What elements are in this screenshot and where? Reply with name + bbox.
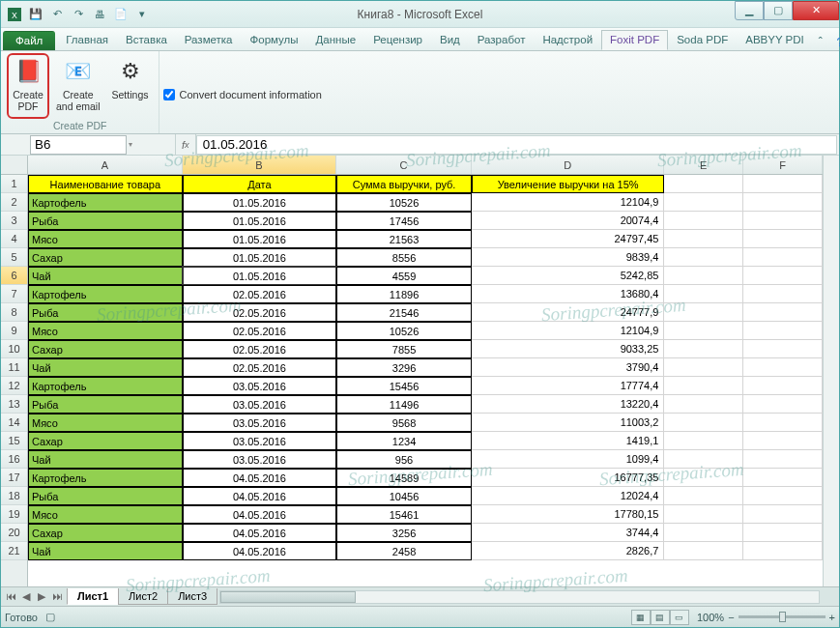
cell[interactable]	[743, 322, 823, 340]
row-header[interactable]: 21	[1, 542, 27, 560]
cell[interactable]	[743, 303, 823, 322]
cell[interactable]: 11896	[336, 285, 472, 303]
cell[interactable]: 1099,4	[472, 450, 665, 469]
cell[interactable]	[664, 414, 743, 432]
col-header-A[interactable]: A	[28, 156, 183, 174]
tab-разработ[interactable]: Разработ	[469, 30, 535, 50]
cell[interactable]: 04.05.2016	[183, 487, 337, 505]
cell[interactable]	[743, 175, 823, 193]
cell[interactable]: Чай	[28, 450, 183, 469]
tab-формулы[interactable]: Формулы	[242, 30, 307, 50]
cell[interactable]: 03.05.2016	[183, 432, 337, 450]
row-header[interactable]: 20	[1, 524, 27, 542]
cell[interactable]	[743, 193, 823, 212]
cell[interactable]: 04.05.2016	[183, 524, 337, 542]
cell[interactable]	[743, 230, 823, 248]
layout-view-button[interactable]: ▤	[651, 610, 670, 625]
cell[interactable]	[743, 377, 823, 395]
cell[interactable]: Картофель	[28, 377, 183, 395]
row-header[interactable]: 11	[1, 358, 27, 377]
tab-soda pdf[interactable]: Soda PDF	[668, 30, 737, 50]
preview-icon[interactable]: 📄	[111, 5, 130, 24]
cell[interactable]: Увеличение выручки на 15%	[472, 175, 665, 193]
cell[interactable]: 03.05.2016	[183, 377, 337, 395]
tab-вставка[interactable]: Вставка	[117, 30, 176, 50]
cell[interactable]: 13680,4	[472, 285, 665, 303]
cell[interactable]	[664, 450, 743, 469]
cell[interactable]: Рыба	[28, 303, 183, 322]
cell[interactable]: Чай	[28, 542, 183, 560]
zoom-level[interactable]: 100%	[697, 612, 724, 623]
cell[interactable]: 01.05.2016	[183, 212, 337, 230]
cell[interactable]: 17774,4	[472, 377, 665, 395]
cell[interactable]: 21563	[336, 230, 472, 248]
cell[interactable]: Чай	[28, 267, 183, 285]
cell[interactable]: 02.05.2016	[183, 285, 337, 303]
cell[interactable]: 9033,25	[472, 340, 665, 358]
tab-file[interactable]: Файл	[3, 31, 55, 50]
cell[interactable]: Наименование товара	[28, 175, 183, 193]
vertical-scrollbar[interactable]	[823, 156, 839, 586]
cell[interactable]: 16777,35	[472, 469, 665, 487]
col-header-E[interactable]: E	[664, 156, 743, 174]
sheet-nav[interactable]: ⏮◀▶⏭	[1, 590, 67, 603]
cell[interactable]	[664, 432, 743, 450]
cell[interactable]	[664, 524, 743, 542]
cell[interactable]	[743, 524, 823, 542]
row-header[interactable]: 16	[1, 450, 27, 469]
cell[interactable]: Картофель	[28, 285, 183, 303]
cell[interactable]: 17456	[336, 212, 472, 230]
cell[interactable]	[664, 230, 743, 248]
qat-dropdown-icon[interactable]: ▾	[132, 5, 152, 24]
sheet-tab[interactable]: Лист3	[167, 588, 217, 605]
checkbox-input[interactable]	[163, 89, 175, 100]
cell[interactable]	[743, 358, 823, 377]
row-header[interactable]: 15	[1, 432, 27, 450]
cell[interactable]: 7855	[336, 340, 472, 358]
cell[interactable]: 8556	[336, 248, 472, 267]
formula-input[interactable]	[196, 135, 837, 155]
cell[interactable]	[743, 340, 823, 358]
cell[interactable]	[743, 542, 823, 560]
cell[interactable]: 1419,1	[472, 432, 665, 450]
excel-icon[interactable]: X	[5, 5, 24, 24]
row-header[interactable]: 3	[1, 212, 27, 230]
cell[interactable]	[664, 469, 743, 487]
cell[interactable]: 10526	[336, 322, 472, 340]
cell[interactable]: Сахар	[28, 340, 183, 358]
cell[interactable]	[743, 285, 823, 303]
cell[interactable]: Дата	[183, 175, 337, 193]
row-header[interactable]: 6	[1, 267, 27, 285]
row-header[interactable]: 18	[1, 487, 27, 505]
normal-view-button[interactable]: ▦	[631, 610, 651, 625]
cells[interactable]: Наименование товараДатаСумма выручки, ру…	[28, 175, 823, 560]
redo-icon[interactable]: ↷	[69, 5, 88, 24]
zoom-in-button[interactable]: +	[829, 612, 835, 623]
cell[interactable]: 13220,4	[472, 395, 665, 414]
cell[interactable]: 15461	[336, 505, 472, 524]
cell[interactable]	[743, 487, 823, 505]
minimize-ribbon-icon[interactable]: ˆ	[813, 35, 828, 50]
cell[interactable]	[743, 212, 823, 230]
row-header[interactable]: 5	[1, 248, 27, 267]
row-header[interactable]: 10	[1, 340, 27, 358]
cell[interactable]	[664, 267, 743, 285]
cell[interactable]: 9568	[336, 414, 472, 432]
cell[interactable]: 3256	[336, 524, 472, 542]
cell[interactable]: 3296	[336, 358, 472, 377]
cell[interactable]: Мясо	[28, 414, 183, 432]
col-header-D[interactable]: D	[472, 156, 665, 174]
zoom-out-button[interactable]: −	[728, 612, 734, 623]
cell[interactable]: Картофель	[28, 193, 183, 212]
row-header[interactable]: 9	[1, 322, 27, 340]
cell[interactable]	[743, 414, 823, 432]
cell[interactable]	[743, 248, 823, 267]
row-header[interactable]: 12	[1, 377, 27, 395]
cell[interactable]: 2826,7	[472, 542, 665, 560]
cell[interactable]	[743, 432, 823, 450]
cell[interactable]	[743, 469, 823, 487]
cell[interactable]	[664, 193, 743, 212]
tab-разметка[interactable]: Разметка	[176, 30, 242, 50]
cell[interactable]: Сахар	[28, 524, 183, 542]
ribbon-create-button[interactable]: 📕CreatePDF	[7, 53, 49, 119]
